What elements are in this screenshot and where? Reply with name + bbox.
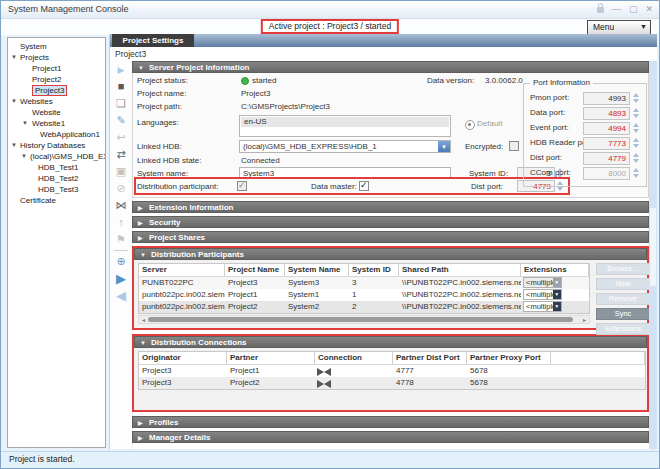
encrypted-checkbox[interactable] <box>509 141 519 151</box>
event-port-field[interactable]: 4994 <box>583 122 630 135</box>
extensions-dropdown[interactable]: <multiple>▼ <box>523 277 562 288</box>
sync-button[interactable]: Sync <box>596 308 649 320</box>
maximize-icon[interactable]: ▢ <box>629 3 638 15</box>
linked-hdb-combobox[interactable]: (local)\GMS_HDB_EXPRESS\HDB_1 ▼ <box>239 140 451 153</box>
chevron-expanded-icon[interactable] <box>11 52 17 63</box>
languages-listbox[interactable]: en-US <box>239 115 451 137</box>
body-area: Server Project Information Project statu… <box>110 61 657 449</box>
scroll-right-icon[interactable]: ▸ <box>580 316 589 323</box>
chevron-expanded-icon[interactable] <box>22 118 28 129</box>
dist-port-info-field[interactable]: 4779 <box>583 152 630 165</box>
stop-project-icon[interactable] <box>110 78 132 95</box>
port-information-title: Port Information <box>530 78 593 87</box>
scroll-left-icon[interactable]: ◂ <box>139 316 148 323</box>
hdb-reader-port-field[interactable]: 7773 <box>583 137 630 150</box>
tree-item-website[interactable]: Website <box>8 107 105 118</box>
activate-project-icon[interactable] <box>110 270 132 287</box>
menu-dropdown[interactable]: Menu ▼ <box>587 20 651 35</box>
extensions-button[interactable]: Extensions <box>596 323 649 335</box>
table-row[interactable]: Project3 Project2 4778 5678 <box>139 377 645 389</box>
event-port-spinner-icon[interactable] <box>633 122 640 134</box>
scrollbar-thumb[interactable] <box>650 208 656 286</box>
tree-item-project3-selected[interactable]: Project3 <box>8 85 105 96</box>
extension-information-header[interactable]: Extension Information <box>132 201 649 213</box>
pmon-port-field[interactable]: 4993 <box>583 92 630 105</box>
restore-project-icon[interactable] <box>110 129 132 146</box>
linked-hdb-state-label: Linked HDB state: <box>137 156 201 165</box>
ccom-port-spinner-icon[interactable] <box>633 167 640 179</box>
table-row[interactable]: Project3 Project1 4777 5678 <box>139 365 645 377</box>
default-language-radio[interactable] <box>465 120 475 130</box>
tree-item-hdb-test2[interactable]: HDB_Test2 <box>8 173 105 184</box>
project-name-label: Project name: <box>137 89 186 98</box>
new-button[interactable]: New <box>596 278 649 290</box>
server-project-information-body: Project status: started Data version: 3.… <box>132 73 649 198</box>
distribution-connections-body: Originator Partner Connection Partner Di… <box>134 348 647 410</box>
chevron-expanded-icon[interactable] <box>11 140 17 151</box>
edit-project-icon[interactable] <box>110 112 132 129</box>
tree-item-projects[interactable]: Projects <box>8 52 105 63</box>
window-controls: — ▢ ✕ <box>597 3 653 15</box>
tree-item-system[interactable]: System <box>8 41 105 52</box>
extensions-dropdown[interactable]: <multiple>▼ <box>523 301 562 312</box>
minimize-icon[interactable]: — <box>612 3 621 15</box>
section-profiles: Profiles <box>132 416 649 428</box>
start-project-icon[interactable] <box>110 61 132 78</box>
chevron-expanded-icon[interactable] <box>21 151 27 162</box>
tab-project-settings[interactable]: Project Settings <box>112 34 194 47</box>
chevron-expanded-icon[interactable] <box>11 96 17 107</box>
horizontal-scrollbar[interactable]: ◂ ▸ <box>138 315 590 324</box>
project-path-value: C:\GMSProjects\Project3 <box>241 102 330 111</box>
record-icon[interactable] <box>110 180 132 197</box>
distribution-participants-header[interactable]: Distribution Participants <box>134 248 647 260</box>
deactivate-project-icon[interactable] <box>110 287 132 304</box>
section-server-project-information: Server Project Information Project statu… <box>132 61 649 198</box>
tree-item-project2[interactable]: Project2 <box>8 74 105 85</box>
server-project-information-header[interactable]: Server Project Information <box>132 61 649 73</box>
security-header[interactable]: Security <box>132 216 649 228</box>
data-master-checkbox[interactable] <box>359 181 369 191</box>
browse-button[interactable]: Browse... <box>596 263 649 275</box>
extensions-dropdown[interactable]: <multiple>▼ <box>523 289 562 300</box>
save-project-icon[interactable] <box>110 163 132 180</box>
project-shares-header[interactable]: Project Shares <box>132 231 649 243</box>
pin-project-icon[interactable] <box>110 231 132 248</box>
data-port-spinner-icon[interactable] <box>633 107 640 119</box>
close-icon[interactable]: ✕ <box>645 3 653 15</box>
chevron-down-icon[interactable]: ▼ <box>438 141 450 152</box>
project-subtitle: Project3 <box>110 47 657 61</box>
tree-item-webapplication1[interactable]: WebApplication1 <box>8 129 105 140</box>
tree-item-websites[interactable]: Websites <box>8 96 105 107</box>
new-project-icon[interactable] <box>110 95 132 112</box>
distribution-connections-header[interactable]: Distribution Connections <box>134 336 647 348</box>
section-extension-information: Extension Information <box>132 201 649 213</box>
linked-hdb-label: Linked HDB: <box>137 142 182 151</box>
tree-item-certificate[interactable]: Certificate <box>8 195 105 206</box>
remove-button[interactable]: Remove <box>596 293 649 305</box>
manager-details-header[interactable]: Manager Details <box>132 431 649 443</box>
table-row[interactable]: PUNBT022PC Project3 System3 3 \\PUNBT022… <box>139 277 589 289</box>
tree-item-hdb-test3[interactable]: HDB_Test3 <box>8 184 105 195</box>
data-port-field[interactable]: 4893 <box>583 107 630 120</box>
distribution-participant-checkbox[interactable] <box>237 181 247 191</box>
hdb-reader-port-spinner-icon[interactable] <box>633 137 640 149</box>
add-project-icon[interactable] <box>110 253 132 270</box>
language-item-en-us[interactable]: en-US <box>241 117 449 127</box>
ccom-port-field[interactable]: 8000 <box>583 167 630 180</box>
vertical-scrollbar[interactable] <box>649 61 657 449</box>
tree-item-website1[interactable]: Website1 <box>8 118 105 129</box>
upgrade-project-icon[interactable] <box>110 214 132 231</box>
tree-item-hdb-test1[interactable]: HDB_Test1 <box>8 162 105 173</box>
system-management-console-window: System Management Console — ▢ ✕ Active p… <box>0 0 660 469</box>
dist-port-info-spinner-icon[interactable] <box>633 152 640 164</box>
tree-item-history-databases[interactable]: History Databases <box>8 140 105 151</box>
table-row[interactable]: punbt022pc.in002.siemer Project2 System2… <box>139 301 589 313</box>
share-project-icon[interactable] <box>110 197 132 214</box>
link-hdb-icon[interactable] <box>110 146 132 163</box>
table-row[interactable]: punbt022pc.in002.siemer Project1 System1… <box>139 289 589 301</box>
pmon-port-spinner-icon[interactable] <box>633 92 640 104</box>
tree-item-project1[interactable]: Project1 <box>8 63 105 74</box>
profiles-header[interactable]: Profiles <box>132 416 649 428</box>
tree-item-gms-hdb-express[interactable]: (local)\GMS_HDB_EXPRESS <box>8 151 105 162</box>
scrollbar-thumb[interactable] <box>148 317 573 322</box>
